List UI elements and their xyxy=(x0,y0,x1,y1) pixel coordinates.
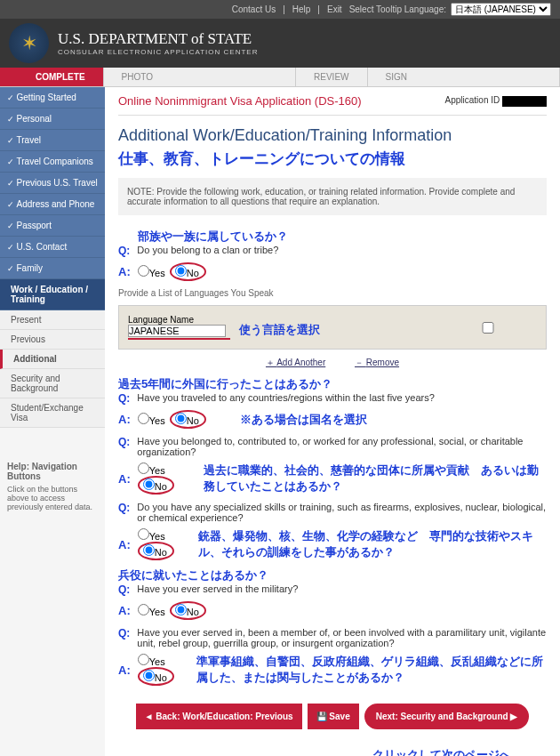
help-title: Help: Navigation Buttons xyxy=(7,462,98,481)
nav-sub-student[interactable]: Student/Exchange Visa xyxy=(0,398,105,428)
q3-yes[interactable] xyxy=(138,462,149,474)
q2-annotation: 過去5年間に外国に行ったことはあるか？ xyxy=(118,376,547,392)
q2-annotation2: ※ある場合は国名を選択 xyxy=(240,412,367,428)
q1-no[interactable] xyxy=(175,265,187,277)
nav-family[interactable]: Family xyxy=(0,258,105,279)
nav-travel[interactable]: Travel xyxy=(0,130,105,151)
dept-title: U.S. DEPARTMENT of STATE xyxy=(58,30,258,48)
q6-text: Have you ever served in, been a member o… xyxy=(137,627,547,648)
q5-text: Have you ever served in the military? xyxy=(137,583,298,596)
q6-annotation: 準軍事組織、自警団、反政府組織、ゲリラ組織、反乱組織などに所属した、または関与し… xyxy=(196,654,547,686)
help-link[interactable]: Help xyxy=(292,4,311,14)
state-seal-icon: ✶ xyxy=(9,23,49,63)
help-text: Click on the buttons above to access pre… xyxy=(7,485,92,511)
q4-text: Do you have any specialized skills or tr… xyxy=(137,502,547,523)
q4-no[interactable] xyxy=(143,544,155,556)
nav-getting-started[interactable]: Getting Started xyxy=(0,87,105,109)
nav-passport[interactable]: Passport xyxy=(0,215,105,237)
nav-personal[interactable]: Personal xyxy=(0,109,105,130)
tab-complete[interactable]: COMPLETE xyxy=(18,68,104,86)
add-another-link[interactable]: ＋ Add Another xyxy=(266,358,325,367)
q5-yes[interactable] xyxy=(138,604,149,615)
a-label: A: xyxy=(118,265,131,278)
q4-yes[interactable] xyxy=(138,528,149,540)
note-box: NOTE: Provide the following work, educat… xyxy=(118,178,547,215)
save-button[interactable]: 💾 Save xyxy=(308,704,359,729)
nav-sub-security[interactable]: Security and Background xyxy=(0,369,105,398)
nav-sub-present[interactable]: Present xyxy=(0,310,105,330)
nav-us-contact[interactable]: U.S. Contact xyxy=(0,237,105,258)
back-button[interactable]: ◄ Back: Work/Education: Previous xyxy=(136,704,302,729)
q5-no[interactable] xyxy=(175,604,187,615)
next-annotation: クリックして次のページへ xyxy=(118,747,511,756)
q6-yes[interactable] xyxy=(138,654,149,665)
nav-sub-previous[interactable]: Previous xyxy=(0,330,105,350)
lang-section-label: Provide a List of Languages You Speak xyxy=(118,288,547,298)
q3-text: Have you belonged to, contributed to, or… xyxy=(137,436,547,457)
q3-annotation: 過去に職業的、社会的、慈善的な団体に所属や貢献 あるいは勤務していたことはあるか… xyxy=(204,462,547,495)
tab-photo[interactable]: PHOTO xyxy=(104,68,297,86)
app-id-label: Application ID xyxy=(445,95,500,105)
q-label: Q: xyxy=(118,245,130,257)
tab-review[interactable]: REVIEW xyxy=(296,68,367,86)
tab-sign[interactable]: SIGN xyxy=(368,68,560,86)
remove-link[interactable]: － Remove xyxy=(355,358,399,367)
contact-link[interactable]: Contact Us xyxy=(232,4,276,14)
nav-sub-additional[interactable]: Additional xyxy=(0,350,105,369)
q1-text: Do you belong to a clan or tribe? xyxy=(137,245,278,257)
app-title: Online Nonimmigrant Visa Application (DS… xyxy=(118,94,362,108)
page-heading-jp: 仕事、教育、トレーニングについての情報 xyxy=(118,149,547,169)
nav-prev-us-travel[interactable]: Previous U.S. Travel xyxy=(0,173,105,194)
nav-travel-companions[interactable]: Travel Companions xyxy=(0,151,105,173)
q4-annotation: 銃器、爆発物、核、生物、化学の経験など 専門的な技術やスキル、それらの訓練をした… xyxy=(198,528,547,560)
lang-checkbox[interactable] xyxy=(439,322,537,334)
page-heading: Additional Work/Education/Training Infor… xyxy=(118,126,547,145)
q5-annotation: 兵役に就いたことはあるか？ xyxy=(118,567,547,583)
exit-link[interactable]: Exit xyxy=(327,4,342,14)
app-id-value xyxy=(502,96,547,107)
language-select[interactable]: 日本語 (JAPANESE) xyxy=(451,3,551,16)
language-input[interactable] xyxy=(128,325,226,337)
q2-no[interactable] xyxy=(175,413,187,424)
next-button[interactable]: Next: Security and Background ▶ xyxy=(364,704,530,729)
dept-subtitle: CONSULAR ELECTRONIC APPLICATION CENTER xyxy=(58,48,258,56)
nav-address-phone[interactable]: Address and Phone xyxy=(0,194,105,215)
lang-label: Select Tooltip Language: xyxy=(349,4,446,14)
q1-annotation: 部族や一族に属しているか？ xyxy=(138,229,547,245)
q2-yes[interactable] xyxy=(138,413,149,424)
q6-no[interactable] xyxy=(143,670,155,681)
q1-yes[interactable] xyxy=(138,265,149,277)
lang-annotation: 使う言語を選択 xyxy=(239,322,320,338)
q2-text: Have you traveled to any countries/regio… xyxy=(137,392,434,405)
q3-no[interactable] xyxy=(143,479,155,490)
nav-work-edu[interactable]: Work / Education / Training xyxy=(0,279,105,310)
